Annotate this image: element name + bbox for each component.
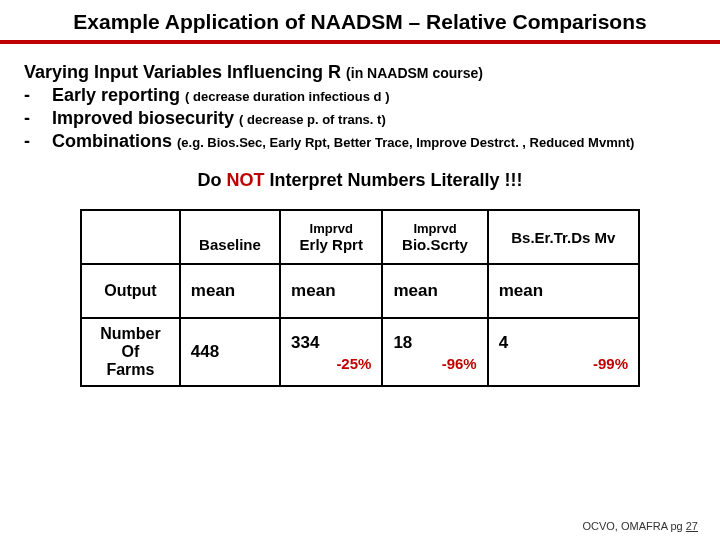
instruction-post: Interpret Numbers Literally !!! (269, 170, 522, 190)
instruction-line: Do NOT Interpret Numbers Literally !!! (24, 170, 696, 191)
pct-change: -99% (499, 355, 628, 372)
header-blank (81, 210, 180, 264)
header-bioscrty: Imprvd Bio.Scrty (382, 210, 487, 264)
divider (0, 40, 720, 44)
row-l2: Of (122, 343, 140, 360)
bullet-label: Combinations (52, 131, 172, 151)
cell-mean: mean (488, 264, 639, 318)
bullet-label: Early reporting (52, 85, 180, 105)
section-heading: Varying Input Variables Influencing R (24, 62, 341, 82)
row-l3: Farms (106, 361, 154, 378)
row-l1: Number (100, 325, 160, 342)
bullet-sub: ( decrease duration infectious d ) (185, 89, 389, 104)
bullet-sub: (e.g. Bios.Sec, Early Rpt, Better Trace,… (177, 135, 634, 150)
cell-combined-value: 4 -99% (488, 318, 639, 386)
col-top: Bs.Er.Tr.Ds (511, 229, 590, 246)
cell-mean: mean (382, 264, 487, 318)
table-row: Output mean mean mean mean (81, 264, 639, 318)
col-top: Imprvd (393, 221, 476, 236)
cell-mean: mean (180, 264, 280, 318)
cell-early-report-value: 334 -25% (280, 318, 382, 386)
bullet-early-reporting: -Early reporting ( decrease duration inf… (24, 85, 696, 106)
cell-baseline-value: 448 (180, 318, 280, 386)
footer-text: OCVO, OMAFRA pg (582, 520, 682, 532)
row-label-farms: Number Of Farms (81, 318, 180, 386)
header-early-report: Imprvd Erly Rprt (280, 210, 382, 264)
section-block: Varying Input Variables Influencing R (i… (24, 62, 696, 152)
value: 4 (499, 333, 508, 352)
value: 18 (393, 333, 412, 352)
bullet-sub: ( decrease p. of trans. t) (239, 112, 386, 127)
header-combined: Bs.Er.Tr.Ds Mv (488, 210, 639, 264)
pct-change: -96% (393, 355, 476, 372)
slide-title: Example Application of NAADSM – Relative… (24, 10, 696, 38)
comparison-table: Baseline Imprvd Erly Rprt Imprvd Bio.Scr… (80, 209, 640, 387)
pct-change: -25% (291, 355, 371, 372)
bullet-improved-biosecurity: -Improved biosecurity ( decrease p. of t… (24, 108, 696, 129)
footer: OCVO, OMAFRA pg 27 (582, 520, 698, 532)
value: 334 (291, 333, 319, 352)
instruction-pre: Do (197, 170, 221, 190)
col-label: Baseline (199, 236, 261, 253)
instruction-not: NOT (226, 170, 264, 190)
table-header-row: Baseline Imprvd Erly Rprt Imprvd Bio.Scr… (81, 210, 639, 264)
section-heading-sub: (in NAADSM course) (346, 65, 483, 81)
page-number: 27 (686, 520, 698, 532)
col-bot: Bio.Scrty (402, 236, 468, 253)
cell-bioscrty-value: 18 -96% (382, 318, 487, 386)
header-baseline: Baseline (180, 210, 280, 264)
table-row: Number Of Farms 448 334 -25% 18 -96% 4 -… (81, 318, 639, 386)
col-top: Imprvd (291, 221, 371, 236)
bullet-label: Improved biosecurity (52, 108, 234, 128)
cell-mean: mean (280, 264, 382, 318)
bullet-combinations: -Combinations (e.g. Bios.Sec, Early Rpt,… (24, 131, 696, 152)
col-bot: Erly Rprt (300, 236, 363, 253)
col-bot: Mv (595, 229, 616, 246)
row-label-output: Output (81, 264, 180, 318)
